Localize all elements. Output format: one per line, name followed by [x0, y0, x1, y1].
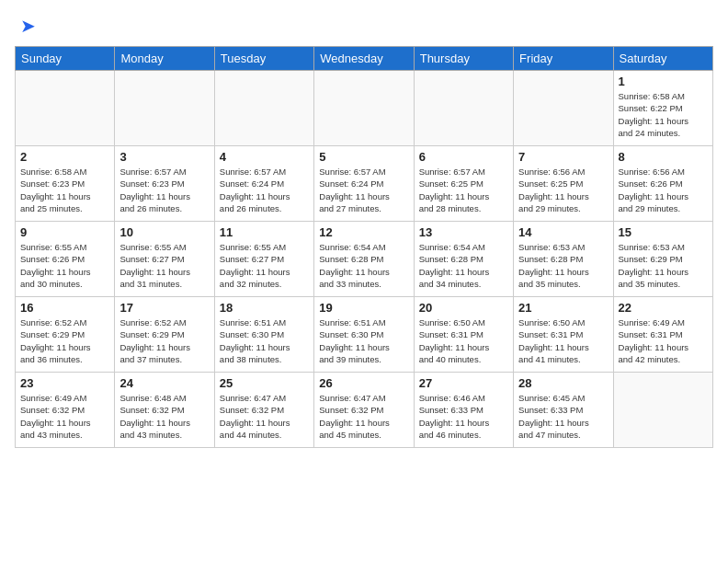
day-info: Sunrise: 6:57 AMSunset: 6:24 PMDaylight:… — [220, 166, 309, 214]
calendar-week-row: 16Sunrise: 6:52 AMSunset: 6:29 PMDayligh… — [16, 297, 713, 373]
calendar-table: SundayMondayTuesdayWednesdayThursdayFrid… — [15, 46, 713, 448]
calendar-header-wednesday: Wednesday — [314, 47, 414, 71]
calendar-cell: 21Sunrise: 6:50 AMSunset: 6:31 PMDayligh… — [514, 297, 613, 373]
calendar-cell — [314, 71, 414, 146]
day-number: 2 — [20, 150, 109, 164]
day-info: Sunrise: 6:47 AMSunset: 6:32 PMDaylight:… — [220, 392, 309, 441]
day-number: 23 — [20, 376, 109, 390]
day-info: Sunrise: 6:46 AMSunset: 6:33 PMDaylight:… — [419, 392, 508, 441]
calendar-header-monday: Monday — [115, 47, 214, 71]
day-info: Sunrise: 6:49 AMSunset: 6:31 PMDaylight:… — [619, 316, 708, 365]
calendar-cell: 24Sunrise: 6:48 AMSunset: 6:32 PMDayligh… — [115, 373, 214, 448]
day-info: Sunrise: 6:53 AMSunset: 6:28 PMDaylight:… — [518, 241, 608, 290]
day-info: Sunrise: 6:54 AMSunset: 6:28 PMDaylight:… — [319, 241, 408, 290]
day-info: Sunrise: 6:57 AMSunset: 6:23 PMDaylight:… — [119, 166, 209, 214]
calendar-cell: 8Sunrise: 6:56 AMSunset: 6:26 PMDaylight… — [613, 146, 712, 222]
calendar-cell — [16, 71, 115, 146]
logo-bird-icon: ➤ — [20, 15, 36, 37]
day-info: Sunrise: 6:49 AMSunset: 6:32 PMDaylight:… — [20, 392, 109, 441]
day-info: Sunrise: 6:54 AMSunset: 6:28 PMDaylight:… — [419, 241, 508, 290]
calendar-week-row: 23Sunrise: 6:49 AMSunset: 6:32 PMDayligh… — [16, 373, 713, 448]
day-number: 18 — [220, 301, 309, 315]
day-number: 26 — [319, 376, 408, 390]
calendar-cell — [414, 71, 513, 146]
calendar-cell: 5Sunrise: 6:57 AMSunset: 6:24 PMDaylight… — [314, 146, 414, 222]
day-info: Sunrise: 6:51 AMSunset: 6:30 PMDaylight:… — [220, 316, 309, 365]
day-number: 20 — [419, 301, 508, 315]
day-number: 19 — [319, 301, 408, 315]
day-number: 11 — [220, 225, 309, 239]
calendar-week-row: 2Sunrise: 6:58 AMSunset: 6:23 PMDaylight… — [16, 146, 713, 222]
calendar-cell: 13Sunrise: 6:54 AMSunset: 6:28 PMDayligh… — [414, 222, 513, 297]
day-info: Sunrise: 6:52 AMSunset: 6:29 PMDaylight:… — [20, 316, 109, 365]
calendar-cell — [514, 71, 613, 146]
day-number: 22 — [619, 301, 708, 315]
day-info: Sunrise: 6:53 AMSunset: 6:29 PMDaylight:… — [619, 241, 708, 290]
day-info: Sunrise: 6:56 AMSunset: 6:25 PMDaylight:… — [518, 166, 608, 214]
day-number: 27 — [419, 376, 508, 390]
calendar-header-saturday: Saturday — [613, 47, 712, 71]
calendar-cell: 6Sunrise: 6:57 AMSunset: 6:25 PMDaylight… — [414, 146, 513, 222]
day-info: Sunrise: 6:45 AMSunset: 6:33 PMDaylight:… — [518, 392, 608, 441]
calendar-cell: 18Sunrise: 6:51 AMSunset: 6:30 PMDayligh… — [214, 297, 313, 373]
day-number: 1 — [619, 75, 708, 88]
day-number: 17 — [119, 301, 209, 315]
day-number: 13 — [419, 225, 508, 239]
calendar-week-row: 9Sunrise: 6:55 AMSunset: 6:26 PMDaylight… — [16, 222, 713, 297]
calendar-cell: 17Sunrise: 6:52 AMSunset: 6:29 PMDayligh… — [115, 297, 214, 373]
day-number: 10 — [119, 225, 209, 239]
calendar-header-row: SundayMondayTuesdayWednesdayThursdayFrid… — [16, 47, 713, 71]
day-number: 16 — [20, 301, 109, 315]
day-info: Sunrise: 6:50 AMSunset: 6:31 PMDaylight:… — [419, 316, 508, 365]
day-number: 5 — [319, 150, 408, 164]
calendar-cell: 27Sunrise: 6:46 AMSunset: 6:33 PMDayligh… — [414, 373, 513, 448]
day-number: 3 — [119, 150, 209, 164]
day-number: 8 — [619, 150, 708, 164]
day-info: Sunrise: 6:47 AMSunset: 6:32 PMDaylight:… — [319, 392, 408, 441]
calendar-cell: 20Sunrise: 6:50 AMSunset: 6:31 PMDayligh… — [414, 297, 513, 373]
day-number: 21 — [518, 301, 608, 315]
calendar-cell: 12Sunrise: 6:54 AMSunset: 6:28 PMDayligh… — [314, 222, 414, 297]
calendar-cell: 4Sunrise: 6:57 AMSunset: 6:24 PMDaylight… — [214, 146, 313, 222]
calendar-cell: 19Sunrise: 6:51 AMSunset: 6:30 PMDayligh… — [314, 297, 414, 373]
day-info: Sunrise: 6:57 AMSunset: 6:24 PMDaylight:… — [319, 166, 408, 214]
day-info: Sunrise: 6:58 AMSunset: 6:23 PMDaylight:… — [20, 166, 109, 214]
calendar-cell: 25Sunrise: 6:47 AMSunset: 6:32 PMDayligh… — [214, 373, 313, 448]
calendar-header-sunday: Sunday — [16, 47, 115, 71]
calendar-cell: 2Sunrise: 6:58 AMSunset: 6:23 PMDaylight… — [16, 146, 115, 222]
day-number: 12 — [319, 225, 408, 239]
calendar-cell: 15Sunrise: 6:53 AMSunset: 6:29 PMDayligh… — [613, 222, 712, 297]
calendar-cell: 9Sunrise: 6:55 AMSunset: 6:26 PMDaylight… — [16, 222, 115, 297]
day-info: Sunrise: 6:55 AMSunset: 6:27 PMDaylight:… — [119, 241, 209, 290]
day-info: Sunrise: 6:56 AMSunset: 6:26 PMDaylight:… — [619, 166, 708, 214]
calendar-cell: 22Sunrise: 6:49 AMSunset: 6:31 PMDayligh… — [613, 297, 712, 373]
day-number: 15 — [619, 225, 708, 239]
calendar-cell — [115, 71, 214, 146]
calendar-cell: 26Sunrise: 6:47 AMSunset: 6:32 PMDayligh… — [314, 373, 414, 448]
day-number: 7 — [518, 150, 608, 164]
day-number: 25 — [220, 376, 309, 390]
day-number: 6 — [419, 150, 508, 164]
day-info: Sunrise: 6:55 AMSunset: 6:26 PMDaylight:… — [20, 241, 109, 290]
day-info: Sunrise: 6:50 AMSunset: 6:31 PMDaylight:… — [518, 316, 608, 365]
day-info: Sunrise: 6:51 AMSunset: 6:30 PMDaylight:… — [319, 316, 408, 365]
calendar-cell: 10Sunrise: 6:55 AMSunset: 6:27 PMDayligh… — [115, 222, 214, 297]
calendar-header-thursday: Thursday — [414, 47, 513, 71]
calendar-cell — [613, 373, 712, 448]
day-info: Sunrise: 6:58 AMSunset: 6:22 PMDaylight:… — [619, 90, 708, 139]
page: ➤ SundayMondayTuesdayWednesdayThursdayFr… — [0, 0, 728, 563]
calendar-header-tuesday: Tuesday — [214, 47, 313, 71]
calendar-cell: 11Sunrise: 6:55 AMSunset: 6:27 PMDayligh… — [214, 222, 313, 297]
calendar-week-row: 1Sunrise: 6:58 AMSunset: 6:22 PMDaylight… — [16, 71, 713, 146]
calendar-cell: 14Sunrise: 6:53 AMSunset: 6:28 PMDayligh… — [514, 222, 613, 297]
header: ➤ — [15, 15, 713, 37]
day-number: 24 — [119, 376, 209, 390]
calendar-cell — [214, 71, 313, 146]
calendar-cell: 16Sunrise: 6:52 AMSunset: 6:29 PMDayligh… — [16, 297, 115, 373]
day-number: 28 — [518, 376, 608, 390]
calendar-header-friday: Friday — [514, 47, 613, 71]
calendar-cell: 3Sunrise: 6:57 AMSunset: 6:23 PMDaylight… — [115, 146, 214, 222]
calendar-cell: 1Sunrise: 6:58 AMSunset: 6:22 PMDaylight… — [613, 71, 712, 146]
logo: ➤ — [15, 15, 36, 37]
day-info: Sunrise: 6:52 AMSunset: 6:29 PMDaylight:… — [119, 316, 209, 365]
